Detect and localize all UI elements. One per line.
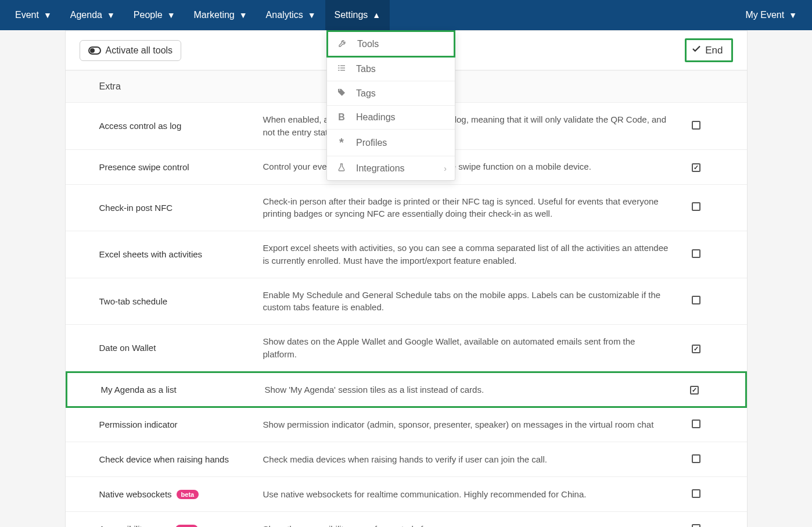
nav-event[interactable]: Event ▼ — [6, 0, 61, 30]
row-name: Native websocketsbeta — [66, 489, 263, 499]
svg-rect-0 — [338, 65, 340, 66]
svg-rect-3 — [340, 65, 345, 66]
beta-badge: beta — [177, 490, 199, 499]
row-checkbox[interactable] — [690, 386, 699, 395]
settings-row: My Agenda as a listShow 'My Agenda' sess… — [66, 371, 747, 408]
row-description: Show 'My Agenda' session tiles as a list… — [265, 383, 690, 396]
row-checkbox-cell — [690, 384, 745, 395]
dropdown-label: Tags — [356, 88, 376, 99]
row-name-text: Native websockets — [99, 489, 172, 499]
nav-label: Settings — [335, 10, 368, 20]
nav-agenda[interactable]: Agenda ▼ — [61, 0, 124, 30]
chevron-down-icon: ▼ — [107, 10, 115, 20]
dropdown-tags[interactable]: Tags — [327, 81, 455, 106]
row-checkbox-cell — [692, 489, 747, 500]
end-button[interactable]: End — [685, 38, 732, 62]
row-checkbox[interactable] — [692, 163, 700, 172]
row-checkbox[interactable] — [692, 121, 700, 130]
row-name-text: Check device when raising hands — [99, 454, 229, 464]
row-checkbox[interactable] — [692, 202, 700, 211]
nav-people[interactable]: People ▼ — [124, 0, 185, 30]
row-checkbox[interactable] — [692, 296, 700, 304]
chevron-down-icon: ▼ — [308, 10, 316, 20]
nav-settings[interactable]: Settings ▲ — [325, 0, 390, 30]
nav-label: Agenda — [70, 10, 102, 20]
row-description: Check media devices when raising hands t… — [263, 453, 692, 466]
chevron-down-icon: ▼ — [239, 10, 247, 20]
dropdown-label: Tabs — [356, 64, 376, 74]
chevron-down-icon: ▼ — [167, 10, 175, 20]
row-checkbox[interactable] — [692, 454, 700, 463]
flask-icon — [336, 163, 347, 174]
settings-row: Accessibility menubetaShow the accessibi… — [66, 512, 747, 527]
toggle-icon — [88, 46, 101, 55]
nav-right: My Event ▼ — [736, 0, 806, 30]
nav-left: Event ▼ Agenda ▼ People ▼ Marketing ▼ An… — [6, 0, 736, 30]
dropdown-label: Profiles — [356, 138, 387, 148]
row-checkbox-cell — [692, 524, 747, 527]
nav-label: People — [134, 10, 163, 20]
row-checkbox-cell — [692, 454, 747, 465]
check-icon — [691, 44, 702, 57]
row-checkbox-cell — [692, 162, 747, 172]
row-checkbox-cell — [692, 202, 747, 213]
row-description: Show dates on the Apple Wallet and Googl… — [263, 335, 692, 361]
row-name: Check device when raising hands — [66, 454, 263, 464]
end-label: End — [705, 45, 723, 56]
chevron-down-icon: ▼ — [44, 10, 52, 20]
dropdown-label: Integrations — [356, 163, 405, 174]
activate-all-tools-button[interactable]: Activate all tools — [80, 40, 182, 61]
row-name-text: Check-in post NFC — [99, 203, 173, 213]
wrench-icon — [337, 38, 348, 49]
row-name-text: Excel sheets with activities — [99, 249, 203, 259]
row-name-text: Date on Wallet — [99, 343, 156, 353]
row-checkbox[interactable] — [692, 524, 700, 527]
settings-row: Excel sheets with activitiesExport excel… — [66, 231, 747, 278]
top-nav: Event ▼ Agenda ▼ People ▼ Marketing ▼ An… — [0, 0, 812, 30]
row-name: Accessibility menubeta — [66, 524, 263, 527]
row-name-text: My Agenda as a list — [101, 385, 177, 395]
dropdown-headings[interactable]: B Headings — [327, 106, 455, 130]
svg-rect-5 — [340, 70, 345, 70]
tags-icon — [336, 88, 347, 99]
svg-rect-1 — [338, 67, 340, 68]
nav-my-event[interactable]: My Event ▼ — [736, 0, 806, 30]
row-description: Check-in person after their badge is pri… — [263, 195, 692, 221]
dropdown-tools[interactable]: Tools — [326, 30, 455, 58]
row-name: Excel sheets with activities — [66, 249, 263, 259]
dropdown-label: Tools — [357, 39, 379, 49]
row-description: Show the accessibility menu for control … — [263, 523, 692, 527]
row-description: Export excel sheets with activities, so … — [263, 242, 692, 267]
dropdown-profiles[interactable]: * Profiles — [327, 130, 455, 156]
dropdown-integrations[interactable]: Integrations › — [327, 156, 455, 180]
row-name-text: Two-tab schedule — [99, 296, 168, 306]
section-title: Extra — [99, 81, 121, 91]
nav-label: Analytics — [266, 10, 303, 20]
chevron-up-icon: ▲ — [372, 10, 380, 20]
nav-label: Event — [15, 10, 39, 20]
chevron-down-icon: ▼ — [789, 10, 797, 20]
row-checkbox-cell — [692, 249, 747, 260]
row-checkbox[interactable] — [692, 345, 700, 353]
row-checkbox[interactable] — [692, 489, 700, 498]
row-name-text: Accessibility menu — [99, 524, 171, 527]
row-name-text: Access control as log — [99, 121, 182, 131]
beta-badge: beta — [175, 525, 198, 527]
settings-row: Two-tab scheduleEnable My Schedule and G… — [66, 278, 747, 325]
row-checkbox[interactable] — [692, 420, 700, 428]
settings-dropdown: Tools Tabs Tags B Headings * Profiles In… — [326, 30, 455, 181]
settings-row: Native websocketsbetaUse native websocke… — [66, 477, 747, 512]
nav-analytics[interactable]: Analytics ▼ — [257, 0, 325, 30]
row-name: My Agenda as a list — [67, 385, 265, 395]
row-name: Presence swipe control — [66, 162, 263, 172]
asterisk-icon: * — [336, 136, 347, 149]
settings-row: Check device when raising handsCheck med… — [66, 442, 747, 477]
row-name-text: Presence swipe control — [99, 162, 189, 172]
nav-marketing[interactable]: Marketing ▼ — [185, 0, 257, 30]
row-checkbox[interactable] — [692, 249, 700, 258]
nav-label: My Event — [745, 10, 784, 20]
dropdown-label: Headings — [356, 112, 396, 123]
row-name: Access control as log — [66, 121, 263, 131]
chevron-right-icon: › — [444, 164, 447, 173]
dropdown-tabs[interactable]: Tabs — [327, 57, 455, 81]
